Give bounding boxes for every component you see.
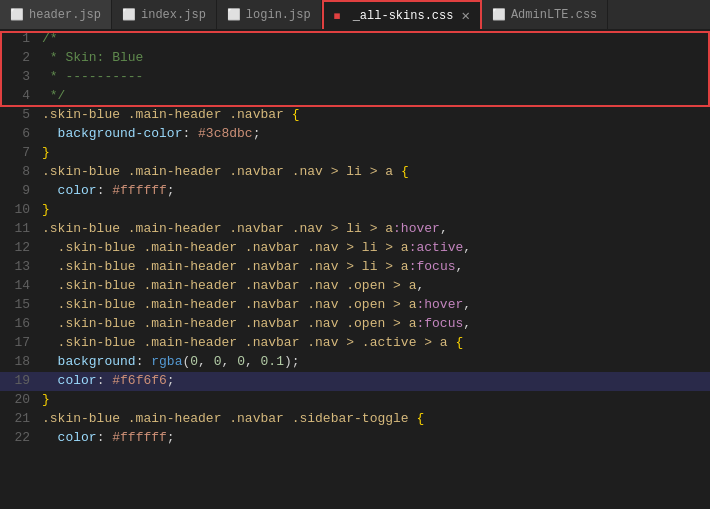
code-line: 16 .skin-blue .main-header .navbar .nav … (0, 315, 710, 334)
code-line: 1 /* (0, 30, 710, 49)
code-line: 8 .skin-blue .main-header .navbar .nav >… (0, 163, 710, 182)
line-number: 8 (0, 163, 38, 182)
code-line: 14 .skin-blue .main-header .navbar .nav … (0, 277, 710, 296)
line-number: 10 (0, 201, 38, 220)
line-content: } (38, 144, 710, 163)
code-line: 6 background-color: #3c8dbc; (0, 125, 710, 144)
line-number: 11 (0, 220, 38, 239)
line-content: .skin-blue .main-header .navbar .nav .op… (38, 296, 710, 315)
line-number: 14 (0, 277, 38, 296)
line-content: */ (38, 87, 710, 106)
code-line: 22 color: #ffffff; (0, 429, 710, 448)
line-content: .skin-blue .main-header .navbar .nav > l… (38, 163, 710, 182)
tab-label: login.jsp (246, 8, 311, 22)
tab-login-jsp[interactable]: ⬜ login.jsp (217, 0, 322, 29)
code-line: 21 .skin-blue .main-header .navbar .side… (0, 410, 710, 429)
line-content: .skin-blue .main-header .navbar .nav > l… (38, 220, 710, 239)
line-number: 4 (0, 87, 38, 106)
line-content: .skin-blue .main-header .navbar .nav > .… (38, 334, 710, 353)
line-content: color: #ffffff; (38, 429, 710, 448)
code-line: 7 } (0, 144, 710, 163)
code-line: 18 background: rgba(0, 0, 0, 0.1); (0, 353, 710, 372)
line-number: 21 (0, 410, 38, 429)
tab-index-jsp[interactable]: ⬜ index.jsp (112, 0, 217, 29)
line-content: .skin-blue .main-header .navbar .nav .op… (38, 315, 710, 334)
code-line: 9 color: #ffffff; (0, 182, 710, 201)
line-number: 9 (0, 182, 38, 201)
line-number: 3 (0, 68, 38, 87)
code-editor: 1 /* 2 * Skin: Blue 3 * ---------- 4 */ … (0, 30, 710, 509)
tab-close-button[interactable]: ✕ (461, 9, 469, 23)
code-line: 15 .skin-blue .main-header .navbar .nav … (0, 296, 710, 315)
line-content: } (38, 391, 710, 410)
code-line: 13 .skin-blue .main-header .navbar .nav … (0, 258, 710, 277)
css-icon: ⬜ (492, 8, 506, 22)
tab-label: index.jsp (141, 8, 206, 22)
code-lines: 1 /* 2 * Skin: Blue 3 * ---------- 4 */ … (0, 30, 710, 448)
css-icon: ◼ (334, 9, 348, 23)
jsp-icon: ⬜ (227, 8, 241, 22)
line-content: * Skin: Blue (38, 49, 710, 68)
line-number: 18 (0, 353, 38, 372)
jsp-icon: ⬜ (122, 8, 136, 22)
tab-label: _all-skins.css (353, 9, 454, 23)
line-content: background: rgba(0, 0, 0, 0.1); (38, 353, 710, 372)
tab-header-jsp[interactable]: ⬜ header.jsp (0, 0, 112, 29)
line-content: .skin-blue .main-header .navbar .sidebar… (38, 410, 710, 429)
line-number: 1 (0, 30, 38, 49)
line-number: 13 (0, 258, 38, 277)
line-number: 16 (0, 315, 38, 334)
tab-bar: ⬜ header.jsp ⬜ index.jsp ⬜ login.jsp ◼ _… (0, 0, 710, 30)
line-content: color: #ffffff; (38, 182, 710, 201)
line-number: 7 (0, 144, 38, 163)
line-number: 2 (0, 49, 38, 68)
line-number: 5 (0, 106, 38, 125)
tab-adminlte-css[interactable]: ⬜ AdminLTE.css (482, 0, 608, 29)
line-number: 6 (0, 125, 38, 144)
tab-label: AdminLTE.css (511, 8, 597, 22)
line-number: 12 (0, 239, 38, 258)
line-number: 19 (0, 372, 38, 391)
tab-all-skins-css[interactable]: ◼ _all-skins.css ✕ (322, 0, 482, 29)
line-number: 17 (0, 334, 38, 353)
line-content: background-color: #3c8dbc; (38, 125, 710, 144)
line-number: 15 (0, 296, 38, 315)
code-line-highlighted: 19 color: #f6f6f6; (0, 372, 710, 391)
line-content: .skin-blue .main-header .navbar { (38, 106, 710, 125)
code-line: 11 .skin-blue .main-header .navbar .nav … (0, 220, 710, 239)
code-line: 3 * ---------- (0, 68, 710, 87)
line-content: * ---------- (38, 68, 710, 87)
code-line: 5 .skin-blue .main-header .navbar { (0, 106, 710, 125)
code-line: 10 } (0, 201, 710, 220)
line-content: } (38, 201, 710, 220)
jsp-icon: ⬜ (10, 8, 24, 22)
line-number: 22 (0, 429, 38, 448)
line-number: 20 (0, 391, 38, 410)
code-line: 2 * Skin: Blue (0, 49, 710, 68)
tab-label: header.jsp (29, 8, 101, 22)
code-line: 20 } (0, 391, 710, 410)
line-content: color: #f6f6f6; (38, 372, 710, 391)
line-content: .skin-blue .main-header .navbar .nav .op… (38, 277, 710, 296)
line-content: .skin-blue .main-header .navbar .nav > l… (38, 239, 710, 258)
code-line: 12 .skin-blue .main-header .navbar .nav … (0, 239, 710, 258)
line-content: /* (38, 30, 710, 49)
code-line: 4 */ (0, 87, 710, 106)
code-line: 17 .skin-blue .main-header .navbar .nav … (0, 334, 710, 353)
line-content: .skin-blue .main-header .navbar .nav > l… (38, 258, 710, 277)
